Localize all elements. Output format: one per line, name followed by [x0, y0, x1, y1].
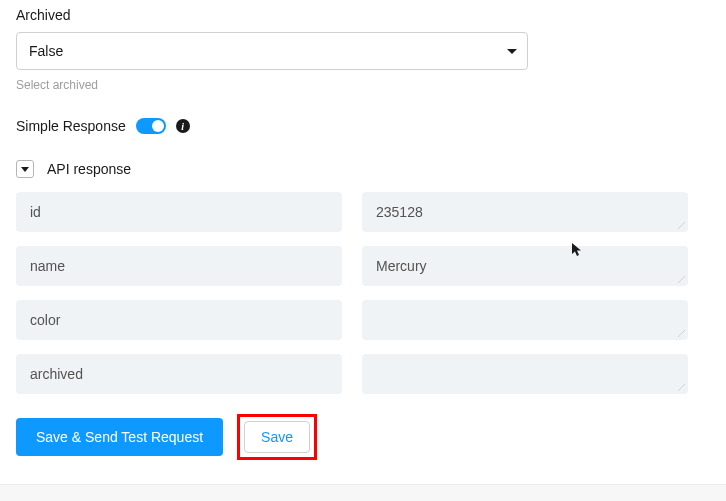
info-icon[interactable]: i [176, 119, 190, 133]
response-key: name [16, 246, 342, 286]
response-value[interactable] [362, 354, 688, 394]
highlight-box: Save [237, 414, 317, 460]
toggle-knob [152, 120, 164, 132]
response-key: archived [16, 354, 342, 394]
api-response-grid: id 235128 name Mercury color archived [16, 192, 710, 394]
archived-select[interactable]: False [16, 32, 528, 70]
caret-down-icon [507, 49, 517, 54]
response-value[interactable] [362, 300, 688, 340]
response-value[interactable]: 235128 [362, 192, 688, 232]
response-key: color [16, 300, 342, 340]
chevron-down-icon [21, 167, 29, 172]
archived-label: Archived [16, 7, 710, 23]
api-response-collapse-button[interactable] [16, 160, 34, 178]
save-button[interactable]: Save [244, 421, 310, 453]
simple-response-toggle[interactable] [136, 118, 166, 134]
bottom-band [0, 484, 726, 501]
save-send-test-request-button[interactable]: Save & Send Test Request [16, 418, 223, 456]
archived-value: False [29, 43, 63, 59]
archived-helper: Select archived [16, 78, 710, 92]
simple-response-label: Simple Response [16, 118, 126, 134]
response-key: id [16, 192, 342, 232]
api-response-title: API response [47, 161, 131, 177]
response-value[interactable]: Mercury [362, 246, 688, 286]
